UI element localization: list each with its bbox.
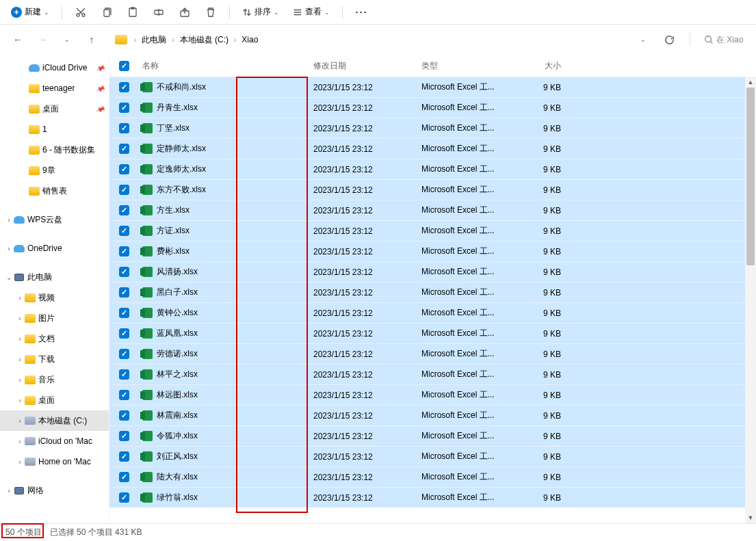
row-checkbox[interactable]: [119, 349, 129, 359]
row-checkbox[interactable]: [119, 390, 129, 400]
chevron-icon[interactable]: ›: [15, 397, 25, 404]
refresh-button[interactable]: [658, 30, 680, 49]
more-button[interactable]: ···: [350, 5, 373, 19]
row-checkbox[interactable]: [119, 103, 129, 113]
row-checkbox[interactable]: [119, 205, 129, 215]
row-checkbox[interactable]: [119, 328, 129, 339]
file-row[interactable]: 陆大有.xlsx2023/1/15 23:12Microsoft Excel 工…: [109, 466, 756, 487]
breadcrumb-item[interactable]: 本地磁盘 (C:): [179, 34, 230, 46]
chevron-icon[interactable]: ›: [15, 376, 25, 384]
file-row[interactable]: 定静师太.xlsx2023/1/15 23:12Microsoft Excel …: [109, 138, 756, 159]
sidebar-item[interactable]: ›下载: [0, 349, 109, 369]
sidebar-item[interactable]: ›音乐: [0, 369, 109, 390]
rename-icon[interactable]: [147, 3, 170, 22]
file-row[interactable]: 方生.xlsx2023/1/15 23:12Microsoft Excel 工.…: [109, 200, 756, 220]
row-checkbox[interactable]: [119, 164, 129, 174]
scroll-up-icon[interactable]: ▲: [745, 77, 756, 88]
select-all-checkbox[interactable]: [119, 61, 129, 71]
file-row[interactable]: 定逸师太.xlsx2023/1/15 23:12Microsoft Excel …: [109, 159, 756, 179]
file-row[interactable]: 不戒和尚.xlsx2023/1/15 23:12Microsoft Excel …: [109, 77, 756, 97]
sidebar-item[interactable]: ›OneDrive: [0, 238, 109, 259]
file-row[interactable]: 黑白子.xlsx2023/1/15 23:12Microsoft Excel 工…: [109, 282, 756, 302]
row-checkbox[interactable]: [119, 82, 129, 92]
row-checkbox[interactable]: [119, 144, 129, 154]
file-row[interactable]: 丹青生.xlsx2023/1/15 23:12Microsoft Excel 工…: [109, 97, 756, 118]
col-name[interactable]: 名称: [138, 60, 313, 72]
sidebar-item[interactable]: ›WPS云盘: [0, 209, 109, 230]
address-bar[interactable]: › 此电脑 › 本地磁盘 (C:) › Xiao: [112, 29, 623, 51]
chevron-icon[interactable]: ›: [4, 487, 14, 494]
address-dropdown[interactable]: ⌄: [634, 30, 653, 49]
col-date[interactable]: 修改日期: [313, 60, 421, 72]
sidebar-item[interactable]: ›视频: [0, 287, 109, 308]
sidebar-item[interactable]: 桌面📌: [0, 98, 109, 119]
cut-icon[interactable]: [69, 3, 92, 22]
scrollbar[interactable]: ▲ ▼: [745, 77, 756, 523]
forward-button[interactable]: →: [33, 30, 52, 49]
chevron-icon[interactable]: ›: [15, 294, 25, 302]
sidebar-item[interactable]: ›本地磁盘 (C:): [0, 410, 109, 431]
sidebar-item[interactable]: ›iCloud on 'Mac: [0, 431, 109, 451]
row-checkbox[interactable]: [119, 451, 129, 462]
row-checkbox[interactable]: [119, 492, 129, 503]
sidebar-item[interactable]: ›图片: [0, 308, 109, 328]
row-checkbox[interactable]: [119, 123, 129, 133]
copy-icon[interactable]: [95, 3, 118, 22]
col-size[interactable]: 大小: [510, 60, 572, 72]
row-checkbox[interactable]: [119, 287, 129, 298]
file-row[interactable]: 林远图.xlsx2023/1/15 23:12Microsoft Excel 工…: [109, 384, 756, 405]
chevron-icon[interactable]: ›: [15, 438, 25, 445]
chevron-icon[interactable]: ›: [15, 315, 25, 322]
chevron-icon[interactable]: ›: [15, 458, 25, 466]
chevron-icon[interactable]: ›: [4, 245, 14, 252]
sidebar-item[interactable]: teenager📌: [0, 78, 109, 98]
view-button[interactable]: 查看 ⌄: [287, 3, 335, 21]
row-checkbox[interactable]: [119, 185, 129, 195]
file-row[interactable]: 绿竹翁.xlsx2023/1/15 23:12Microsoft Excel 工…: [109, 487, 756, 507]
file-row[interactable]: 费彬.xlsx2023/1/15 23:12Microsoft Excel 工.…: [109, 241, 756, 261]
search-input[interactable]: 在 Xiao: [700, 29, 748, 50]
scroll-down-icon[interactable]: ▼: [745, 512, 756, 523]
recent-button[interactable]: ⌄: [57, 30, 77, 49]
row-checkbox[interactable]: [119, 226, 129, 236]
back-button[interactable]: ←: [8, 30, 27, 49]
chevron-icon[interactable]: ⌄: [4, 274, 14, 281]
file-row[interactable]: 东方不败.xlsx2023/1/15 23:12Microsoft Excel …: [109, 179, 756, 200]
row-checkbox[interactable]: [119, 410, 129, 421]
file-row[interactable]: 令狐冲.xlsx2023/1/15 23:12Microsoft Excel 工…: [109, 425, 756, 446]
sidebar-item[interactable]: ›文档: [0, 328, 109, 349]
file-row[interactable]: 劳德诺.xlsx2023/1/15 23:12Microsoft Excel 工…: [109, 343, 756, 364]
sidebar-item[interactable]: ⌄此电脑: [0, 267, 109, 287]
breadcrumb-item[interactable]: 此电脑: [140, 34, 168, 46]
file-row[interactable]: 风清扬.xlsx2023/1/15 23:12Microsoft Excel 工…: [109, 261, 756, 282]
chevron-icon[interactable]: ›: [15, 417, 25, 425]
file-row[interactable]: 刘正风.xlsx2023/1/15 23:12Microsoft Excel 工…: [109, 446, 756, 466]
row-checkbox[interactable]: [119, 246, 129, 256]
file-row[interactable]: 方证.xlsx2023/1/15 23:12Microsoft Excel 工.…: [109, 220, 756, 241]
share-icon[interactable]: [173, 3, 196, 22]
file-row[interactable]: 蓝凤凰.xlsx2023/1/15 23:12Microsoft Excel 工…: [109, 323, 756, 343]
sidebar-item[interactable]: 1: [0, 119, 109, 140]
file-row[interactable]: 丁坚.xlsx2023/1/15 23:12Microsoft Excel 工.…: [109, 118, 756, 138]
paste-icon[interactable]: [121, 3, 144, 22]
sidebar-item[interactable]: ›Home on 'Mac: [0, 451, 109, 472]
new-button[interactable]: + 新建 ⌄: [5, 3, 55, 21]
file-row[interactable]: 黄钟公.xlsx2023/1/15 23:12Microsoft Excel 工…: [109, 302, 756, 323]
chevron-icon[interactable]: ›: [15, 356, 25, 363]
row-checkbox[interactable]: [119, 472, 129, 482]
sidebar-item[interactable]: ›网络: [0, 480, 109, 501]
breadcrumb-item[interactable]: Xiao: [240, 35, 259, 44]
sidebar-item[interactable]: ›桌面: [0, 390, 109, 410]
sort-button[interactable]: 排序 ⌄: [237, 3, 285, 21]
chevron-icon[interactable]: ›: [4, 216, 14, 224]
file-row[interactable]: 林平之.xlsx2023/1/15 23:12Microsoft Excel 工…: [109, 364, 756, 384]
chevron-icon[interactable]: ›: [15, 335, 25, 343]
sidebar-item[interactable]: 销售表: [0, 181, 109, 201]
row-checkbox[interactable]: [119, 267, 129, 277]
col-type[interactable]: 类型: [421, 60, 510, 72]
scrollbar-thumb[interactable]: [746, 88, 755, 265]
row-checkbox[interactable]: [119, 308, 129, 318]
file-row[interactable]: 林震南.xlsx2023/1/15 23:12Microsoft Excel 工…: [109, 405, 756, 425]
sidebar-item[interactable]: iCloud Drive📌: [0, 57, 109, 78]
delete-icon[interactable]: [199, 3, 222, 22]
